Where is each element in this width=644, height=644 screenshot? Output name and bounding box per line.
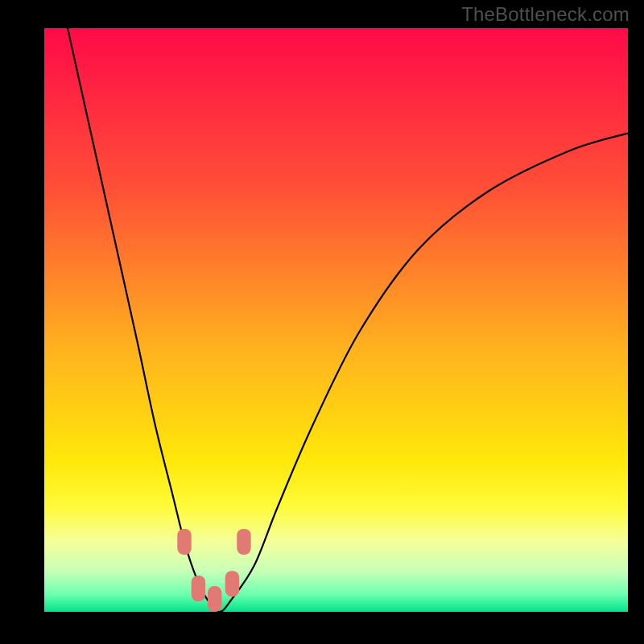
plot-area bbox=[44, 28, 628, 612]
curve-marker bbox=[208, 586, 221, 612]
curve-marker bbox=[192, 576, 205, 601]
bottleneck-chart bbox=[44, 28, 628, 612]
watermark-text: TheBottleneck.com bbox=[461, 3, 630, 26]
plot-frame bbox=[28, 28, 628, 628]
curve-marker bbox=[225, 571, 239, 597]
curve-marker bbox=[177, 529, 191, 555]
curve-marker bbox=[237, 529, 250, 555]
